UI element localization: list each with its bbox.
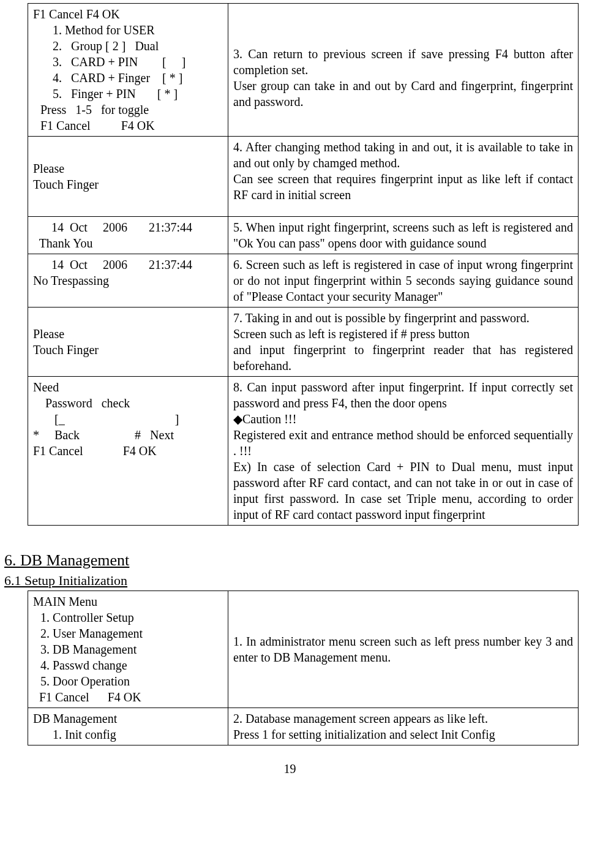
page-number: 19 xyxy=(3,761,577,777)
row-6-2: DB Management 1. Init config 2. Database… xyxy=(28,708,579,745)
line2: Touch Finger xyxy=(33,176,223,192)
need: Need xyxy=(33,379,223,395)
desc-8-line3: Registered exit and entrance method shou… xyxy=(233,427,573,459)
desc-4: 4. After changing method taking in and o… xyxy=(228,137,579,217)
desc-8-line1: 8. Can input password after input finger… xyxy=(233,379,573,411)
line2b: Touch Finger xyxy=(33,342,223,358)
line1: Please xyxy=(33,160,223,176)
screen-thank-you: 14 Oct 2006 21:37:44 Thank You xyxy=(28,217,228,254)
desc-3: 3. Can return to previous screen if save… xyxy=(228,4,579,137)
db-item-1: 1. Init config xyxy=(33,726,223,742)
screen-no-trespassing: 14 Oct 2006 21:37:44 No Trespassing xyxy=(28,254,228,308)
thank-you: Thank You xyxy=(33,235,223,251)
mm-item-4: 4. Passwd change xyxy=(33,657,223,673)
desc-6-text: 6. Screen such as left is registered in … xyxy=(233,258,573,303)
section6-table: MAIN Menu 1. Controller Setup 2. User Ma… xyxy=(28,591,579,745)
desc-6-1-text: 1. In administrator menu screen such as … xyxy=(233,635,573,664)
screen-touch-finger-2: Please Touch Finger xyxy=(28,308,228,377)
desc-6-2: 2. Database management screen appears as… xyxy=(228,708,579,745)
mm-item-3: 3. DB Management xyxy=(33,641,223,657)
timestamp-2: 14 Oct 2006 21:37:44 xyxy=(33,257,223,273)
cancel-ok-hint: F1 Cancel F4 OK xyxy=(33,443,223,459)
timestamp-1: 14 Oct 2006 21:37:44 xyxy=(33,219,223,235)
row-8: Need Password check [_ ] * Back # Next F… xyxy=(28,377,579,526)
back-next-hint: * Back # Next xyxy=(33,427,223,443)
main-menu-title: MAIN Menu xyxy=(33,594,223,609)
desc-5-text: 5. When input right fingerprint, screens… xyxy=(233,221,573,250)
desc-4-text: 4. After changing method taking in and o… xyxy=(233,140,573,202)
section-6-heading: 6. DB Management xyxy=(4,550,577,571)
screen-password-check: Need Password check [_ ] * Back # Next F… xyxy=(28,377,228,526)
desc-8-line4: Ex) In case of selection Card + PIN to D… xyxy=(233,459,573,523)
mm-item-5: 5. Door Operation xyxy=(33,673,223,689)
toggle-hint: Press 1-5 for toggle xyxy=(33,102,223,118)
header-line: F1 Cancel F4 OK xyxy=(33,6,223,22)
row-5: 14 Oct 2006 21:37:44 Thank You 5. When i… xyxy=(28,217,579,254)
desc-7-text: 7. Taking in and out is possible by fing… xyxy=(233,311,573,372)
row-6: 14 Oct 2006 21:37:44 No Trespassing 6. S… xyxy=(28,254,579,308)
mm-item-2: 2. User Management xyxy=(33,625,223,641)
screen-main-menu: MAIN Menu 1. Controller Setup 2. User Ma… xyxy=(28,591,228,708)
row-3: F1 Cancel F4 OK 1. Method for USER 2. Gr… xyxy=(28,4,579,137)
line1b: Please xyxy=(33,326,223,342)
section5-table: F1 Cancel F4 OK 1. Method for USER 2. Gr… xyxy=(28,3,579,526)
section-6-1-heading: 6.1 Setup Initialization xyxy=(4,572,577,590)
footer-line: F1 Cancel F4 OK xyxy=(33,118,223,134)
menu-item-3: 3. CARD + PIN [ ] xyxy=(33,54,223,70)
db-mgmt-title: DB Management xyxy=(33,711,223,726)
menu-item-2: 2. Group [ 2 ] Dual xyxy=(33,38,223,54)
row-4: Please Touch Finger 4. After changing me… xyxy=(28,137,579,217)
no-trespassing: No Trespassing xyxy=(33,273,223,289)
mm-footer: F1 Cancel F4 OK xyxy=(33,689,223,705)
mm-item-1: 1. Controller Setup xyxy=(33,609,223,625)
desc-6: 6. Screen such as left is registered in … xyxy=(228,254,579,308)
row-7: Please Touch Finger 7. Taking in and out… xyxy=(28,308,579,377)
desc-3-text: 3. Can return to previous screen if save… xyxy=(233,46,573,110)
row-6-1: MAIN Menu 1. Controller Setup 2. User Ma… xyxy=(28,591,579,708)
desc-6-2-text: 2. Database management screen appears as… xyxy=(233,712,495,741)
menu-item-1: 1. Method for USER xyxy=(33,22,223,38)
menu-item-5: 5. Finger + PIN [ * ] xyxy=(33,86,223,102)
desc-8: 8. Can input password after input finger… xyxy=(228,377,579,526)
screen-method-user: F1 Cancel F4 OK 1. Method for USER 2. Gr… xyxy=(28,4,228,137)
password-check-label: Password check xyxy=(33,395,223,411)
screen-db-management: DB Management 1. Init config xyxy=(28,708,228,745)
desc-7: 7. Taking in and out is possible by fing… xyxy=(228,308,579,377)
desc-6-1: 1. In administrator menu screen such as … xyxy=(228,591,579,708)
screen-touch-finger-1: Please Touch Finger xyxy=(28,137,228,217)
menu-item-4: 4. CARD + Finger [ * ] xyxy=(33,70,223,86)
desc-5: 5. When input right fingerprint, screens… xyxy=(228,217,579,254)
desc-8-caution: ◆Caution !!! xyxy=(233,411,573,427)
password-input-field: [_ ] xyxy=(33,411,223,427)
